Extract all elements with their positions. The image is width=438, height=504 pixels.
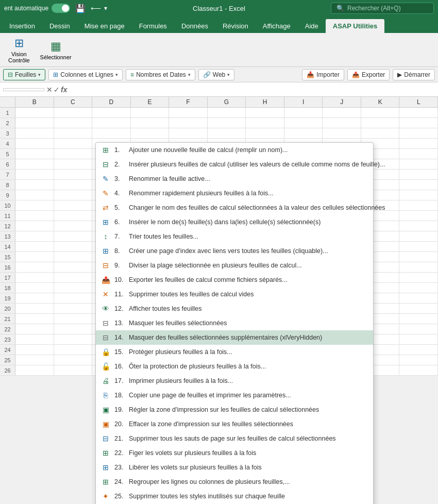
list-item[interactable]: ⊟ 14. Masquer des feuilles sélectionnées… bbox=[96, 330, 373, 345]
main-area: B C D E F G H I J K L 123456789101112131… bbox=[0, 97, 438, 376]
list-item[interactable]: ✕ 11. Supprimer toutes les feuilles de c… bbox=[96, 287, 373, 301]
tab-aide[interactable]: Aide bbox=[298, 19, 326, 33]
menu-item-number: 8. bbox=[114, 247, 125, 255]
menu-item-label: Insérer le nom de(s) feuille(s) dans la(… bbox=[129, 219, 321, 226]
list-item[interactable]: ▣ 19. Régler la zone d'impression sur le… bbox=[96, 402, 373, 417]
menu-item-number: 6. bbox=[114, 219, 125, 226]
autosave-toggle[interactable] bbox=[52, 4, 70, 13]
selectionner-button[interactable]: ▦ Sélectionner bbox=[36, 35, 76, 65]
menu-item-number: 11. bbox=[114, 291, 125, 298]
demarrer-button[interactable]: ▶ Démarrer bbox=[393, 69, 435, 80]
menu-item-label: Renommer la feuille active... bbox=[129, 175, 210, 182]
importer-button[interactable]: 📥 Importer bbox=[302, 69, 344, 80]
window-title: Classeur1 - Excel bbox=[193, 5, 245, 12]
list-item[interactable]: ⊞ 1. Ajouter une nouvelle feuille de cal… bbox=[96, 143, 373, 157]
menu-item-icon: ⇄ bbox=[101, 203, 110, 212]
list-item[interactable]: 📤 10. Exporter les feuilles de calcul co… bbox=[96, 273, 373, 287]
formula-bar: ✕ ✓ fx bbox=[0, 82, 438, 97]
menu-item-number: 9. bbox=[114, 262, 125, 269]
list-item[interactable]: 🖨 17. Imprimer plusieurs feuilles à la f… bbox=[96, 374, 373, 388]
importer-icon: 📥 bbox=[307, 71, 314, 78]
menu-item-icon: ✦ bbox=[101, 492, 110, 501]
menu-item-icon: ✎ bbox=[101, 174, 110, 183]
formula-fx-icon[interactable]: fx bbox=[61, 86, 67, 94]
tab-revision[interactable]: Révision bbox=[215, 19, 256, 33]
list-item[interactable]: 👁 12. Afficher toutes les feuilles bbox=[96, 301, 373, 316]
menu-item-number: 10. bbox=[114, 276, 125, 283]
feuilles-icon: ⊟ bbox=[8, 71, 13, 78]
list-item[interactable]: ✎ 4. Renommer rapidement plusieurs feuil… bbox=[96, 186, 373, 200]
feuilles-button[interactable]: ⊟ Feuilles ▾ bbox=[3, 69, 45, 80]
importer-label: Importer bbox=[316, 71, 340, 78]
menu-item-icon: ⊟ bbox=[101, 160, 110, 169]
undo-arrow-icon[interactable]: ⟵ bbox=[91, 4, 101, 12]
menu-item-label: Afficher toutes les feuilles bbox=[129, 305, 202, 312]
exporter-button[interactable]: 📤 Exporter bbox=[347, 69, 390, 80]
menu-item-label: Supprimer tous les sauts de page sur les… bbox=[129, 435, 336, 442]
col-header-k: K bbox=[361, 97, 400, 107]
list-item[interactable]: ⊟ 2. Insérer plusieurs feuilles de calcu… bbox=[96, 157, 373, 172]
dropdown-arrow-icon[interactable]: ▾ bbox=[104, 5, 107, 12]
list-item[interactable]: ⊟ 9. Diviser la plage sélectionnée en pl… bbox=[96, 258, 373, 273]
formula-input[interactable] bbox=[69, 86, 435, 93]
list-item[interactable]: ⊞ 24. Regrouper les lignes ou colonnes d… bbox=[96, 475, 373, 489]
demarrer-icon: ▶ bbox=[397, 71, 402, 78]
vision-controle-button[interactable]: ⊞ Vision Contrôle bbox=[4, 35, 34, 65]
selectionner-icon: ▦ bbox=[50, 40, 61, 53]
title-bar: ent automatique 💾 ⟵ ▾ Classeur1 - Excel … bbox=[0, 0, 438, 16]
tab-asap-utilities[interactable]: ASAP Utilities bbox=[326, 19, 384, 33]
list-item[interactable]: ⊟ 13. Masquer les feuilles sélectionnées bbox=[96, 316, 373, 330]
list-item[interactable]: ⊞ 6. Insérer le nom de(s) feuille(s) dan… bbox=[96, 215, 373, 229]
list-item[interactable]: ⇄ 5. Changer le nom des feuilles de calc… bbox=[96, 200, 373, 215]
list-item[interactable]: ⊟ 21. Supprimer tous les sauts de page s… bbox=[96, 431, 373, 446]
ribbon-tabs: Insertion Dessin Mise en page Formules D… bbox=[0, 16, 438, 33]
tab-insertion[interactable]: Insertion bbox=[2, 19, 42, 33]
list-item[interactable]: ⊞ 22. Figer les volets sur plusieurs feu… bbox=[96, 446, 373, 460]
colonnes-lignes-button[interactable]: ⊞ Colonnes et Lignes ▾ bbox=[48, 69, 123, 80]
colonnes-lignes-label: Colonnes et Lignes bbox=[60, 71, 113, 78]
nombres-dates-label: Nombres et Dates bbox=[136, 71, 186, 78]
tab-affichage[interactable]: Affichage bbox=[256, 19, 298, 33]
list-item[interactable]: ✎ 3. Renommer la feuille active... bbox=[96, 172, 373, 186]
menu-item-icon: ⎘ bbox=[101, 391, 110, 400]
list-item[interactable]: ⎘ 18. Copier une page de feuilles et imp… bbox=[96, 388, 373, 402]
formula-cross-icon[interactable]: ✕ bbox=[46, 86, 53, 94]
title-bar-right: 🔍 Rechercher (Alt+Q) bbox=[291, 3, 434, 14]
menu-item-number: 12. bbox=[114, 305, 125, 312]
tab-mise-en-page[interactable]: Mise en page bbox=[77, 19, 132, 33]
menu-item-icon: ⊟ bbox=[101, 333, 110, 342]
menu-item-label: Figer les volets sur plusieurs feuilles … bbox=[129, 449, 256, 457]
menu-item-icon: ⊞ bbox=[101, 448, 110, 458]
search-placeholder: Rechercher (Alt+Q) bbox=[347, 5, 401, 12]
list-item[interactable]: 🔒 15. Protéger plusieurs feuilles à la f… bbox=[96, 345, 373, 359]
menu-item-number: 16. bbox=[114, 363, 125, 370]
list-item[interactable]: ↕ 7. Trier toutes les feuilles... bbox=[96, 229, 373, 244]
toggle-knob bbox=[62, 5, 69, 12]
menu-item-icon: 📤 bbox=[101, 275, 110, 284]
list-item[interactable]: ✦ 25. Supprimer toutes les styles inutil… bbox=[96, 489, 373, 503]
menu-item-number: 1. bbox=[114, 146, 125, 154]
col-header-c: C bbox=[54, 97, 93, 107]
web-button[interactable]: 🔗 Web ▾ bbox=[198, 69, 234, 80]
menu-item-icon: ⊞ bbox=[101, 145, 110, 155]
list-item[interactable]: ⊞ 23. Libérer les volets sur plusieurs f… bbox=[96, 460, 373, 475]
formula-check-icon[interactable]: ✓ bbox=[54, 86, 60, 94]
nombres-dates-button[interactable]: ≡ Nombres et Dates ▾ bbox=[126, 69, 195, 80]
col-header-d: D bbox=[92, 97, 131, 107]
title-bar-left: ent automatique 💾 ⟵ ▾ bbox=[4, 4, 147, 13]
tab-formules[interactable]: Formules bbox=[132, 19, 174, 33]
tab-donnees[interactable]: Données bbox=[174, 19, 215, 33]
tab-dessin[interactable]: Dessin bbox=[42, 19, 77, 33]
name-box[interactable] bbox=[3, 88, 44, 91]
search-box[interactable]: 🔍 Rechercher (Alt+Q) bbox=[331, 3, 434, 14]
menu-item-icon: ↕ bbox=[101, 232, 110, 241]
list-item[interactable]: 🔓 16. Ôter la protection de plusieurs fe… bbox=[96, 359, 373, 374]
menu-item-icon: ✕ bbox=[101, 290, 110, 299]
list-item[interactable]: ⊞ 8. Créer une page d'index avec liens v… bbox=[96, 244, 373, 258]
ribbon-group-main: ⊞ Vision Contrôle ▦ Sélectionner bbox=[4, 35, 76, 65]
save-icon[interactable]: 💾 bbox=[75, 4, 86, 13]
list-item[interactable]: ▣ 20. Effacer la zone d'impression sur l… bbox=[96, 417, 373, 431]
menu-item-label: Masquer des feuilles sélectionnées suppl… bbox=[129, 334, 322, 341]
menu-item-label: Créer une page d'index avec liens vers t… bbox=[129, 247, 328, 255]
menu-item-icon: 🔓 bbox=[101, 362, 110, 371]
